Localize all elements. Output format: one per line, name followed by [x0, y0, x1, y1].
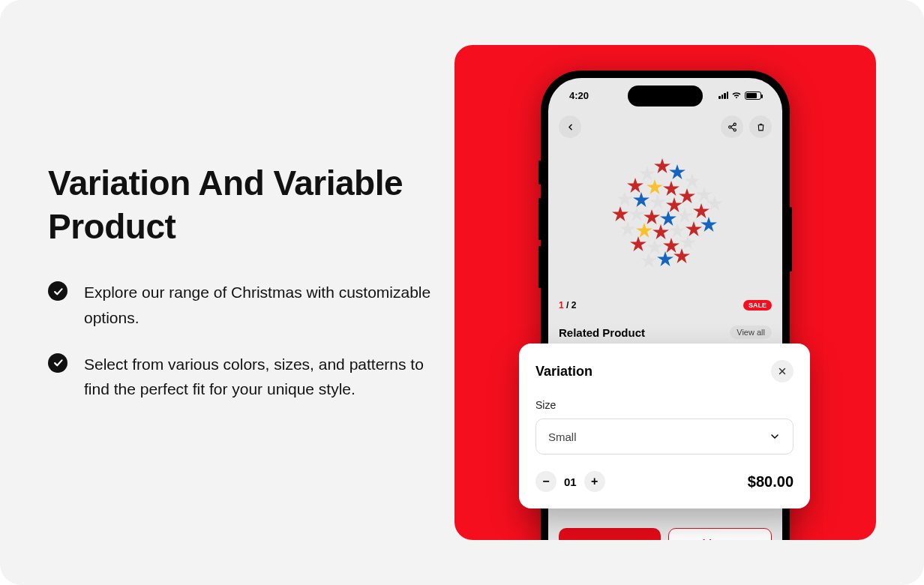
- increment-button[interactable]: +: [584, 471, 605, 492]
- decrement-button[interactable]: −: [536, 471, 556, 492]
- sale-badge: SALE: [743, 300, 772, 310]
- quantity-value: 01: [564, 476, 577, 488]
- size-value: Small: [548, 430, 577, 443]
- bullet-item: Select from various colors, sizes, and p…: [48, 352, 438, 402]
- buy-now-button[interactable]: Buy Now: [559, 528, 661, 540]
- dynamic-island: [628, 86, 703, 106]
- product-image-area[interactable]: [548, 124, 782, 304]
- signal-icon: [718, 92, 728, 99]
- add-to-cart-button[interactable]: Add to Cart: [668, 528, 772, 540]
- quantity-stepper: − 01 +: [536, 471, 605, 492]
- view-all-button[interactable]: View all: [730, 326, 772, 339]
- related-heading: Related Product: [559, 326, 645, 339]
- preview-panel: 4:20: [454, 45, 876, 540]
- bullet-text: Select from various colors, sizes, and p…: [84, 352, 438, 402]
- close-button[interactable]: [771, 360, 794, 382]
- bullet-item: Explore our range of Christmas with cust…: [48, 280, 438, 330]
- price: $80.00: [748, 473, 794, 490]
- check-icon: [48, 353, 68, 373]
- variation-popover: Variation Size Small − 01 + $80.00: [519, 344, 810, 508]
- variation-title: Variation: [536, 364, 592, 380]
- status-time: 4:20: [569, 90, 589, 101]
- wifi-icon: [731, 92, 742, 99]
- size-label: Size: [536, 399, 794, 411]
- product-image: [594, 151, 736, 278]
- battery-icon: [745, 92, 761, 100]
- check-icon: [48, 281, 68, 301]
- chevron-down-icon: [769, 430, 781, 442]
- image-pager: 1 / 2: [559, 300, 576, 310]
- bullet-text: Explore our range of Christmas with cust…: [84, 280, 438, 330]
- size-select[interactable]: Small: [536, 418, 794, 454]
- page-heading: Variation And Variable Product: [48, 162, 438, 248]
